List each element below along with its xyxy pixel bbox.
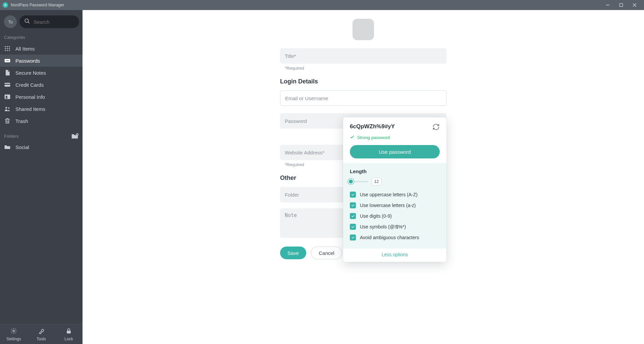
email-field[interactable] [280,90,446,106]
sidebar-item-passwords[interactable]: Passwords [0,55,83,67]
length-value: 12 [372,178,382,186]
checkbox-checked-icon [350,192,356,198]
title-input[interactable] [285,53,442,59]
svg-point-18 [8,60,9,61]
wrench-icon [38,328,45,335]
svg-point-9 [5,48,6,49]
svg-point-11 [9,48,10,49]
person-icon [4,93,11,100]
search-input[interactable] [34,19,74,25]
svg-point-14 [9,50,10,51]
sidebar-item-shared-items[interactable]: Shared Items [0,103,83,115]
title-field[interactable] [280,48,446,64]
add-folder-icon[interactable] [71,133,78,139]
svg-point-6 [5,46,6,47]
strength-label: Strong password [357,135,390,140]
window-title: NordPass Password Manager [11,3,64,7]
option-ambiguous[interactable]: Avoid ambiguous characters [350,234,440,240]
window-close-button[interactable] [628,0,641,10]
sidebar-item-label: Secure Notes [15,70,46,76]
svg-point-17 [7,60,8,61]
regenerate-button[interactable] [432,123,440,132]
main-content: *Required Login Details *Required Other … [83,10,644,344]
sidebar-item-label: Passwords [15,58,40,64]
sidebar-item-trash[interactable]: Trash [0,115,83,127]
sidebar-item-label: Trash [15,118,28,124]
sidebar-item-label: Shared Items [15,106,45,112]
svg-rect-1 [620,4,623,7]
svg-point-4 [25,19,29,22]
svg-rect-20 [5,84,10,85]
svg-point-24 [8,107,9,109]
svg-point-10 [7,48,8,49]
svg-point-22 [6,96,7,97]
length-slider[interactable] [350,181,368,182]
grid-icon [4,45,11,52]
option-label: Use digits (0-9) [360,213,392,219]
sidebar-item-credit-cards[interactable]: Credit Cards [0,79,83,91]
settings-button[interactable]: Settings [2,328,25,341]
sidebar-item-secure-notes[interactable]: Secure Notes [0,67,83,79]
note-icon [4,69,11,76]
option-symbols[interactable]: Use symbols (@!$%*) [350,224,440,230]
option-digits[interactable]: Use digits (0-9) [350,213,440,219]
window-maximize-button[interactable] [614,0,628,10]
app-logo-icon [3,2,8,8]
svg-point-13 [7,50,8,51]
sidebar-item-personal-info[interactable]: Personal Info [0,91,83,103]
option-uppercase[interactable]: Use uppercase letters (A-Z) [350,192,440,198]
sidebar-item-label: All Items [15,46,35,52]
item-icon-placeholder[interactable] [353,19,374,40]
password-generator-popover: 6cQpWZh%9#yY Strong password Use passwor… [343,117,446,262]
option-label: Use lowercase letters (a-z) [360,203,416,208]
svg-point-7 [7,46,8,47]
option-label: Avoid ambiguous characters [360,235,419,240]
option-lowercase[interactable]: Use lowercase letters (a-z) [350,202,440,208]
login-details-heading: Login Details [280,78,446,85]
lock-button[interactable]: Lock [57,328,80,341]
option-label: Use symbols (@!$%*) [360,224,406,229]
lock-icon [65,328,72,335]
titlebar: NordPass Password Manager [0,0,644,10]
window-minimize-button[interactable] [601,0,614,10]
svg-point-12 [5,50,6,51]
svg-line-5 [28,22,30,23]
folder-icon [4,144,11,150]
tools-label: Tools [37,337,46,341]
svg-point-28 [13,330,15,332]
lock-label: Lock [64,337,73,341]
less-options-link[interactable]: Less options [343,249,446,262]
save-button[interactable]: Save [280,247,306,259]
sidebar-item-all-items[interactable]: All Items [0,43,83,55]
folder-item-social[interactable]: Social [0,141,83,153]
slider-thumb[interactable] [348,179,354,185]
svg-rect-29 [67,331,71,333]
password-strength: Strong password [350,135,440,140]
categories-heading: Categories [0,33,83,43]
settings-label: Settings [6,337,21,341]
sidebar: To Categories All Items Passwords Secure… [0,10,83,344]
tools-button[interactable]: Tools [30,328,53,341]
svg-point-23 [5,107,7,109]
avatar[interactable]: To [4,15,17,28]
title-required-helper: *Required [280,66,446,71]
cancel-button[interactable]: Cancel [311,247,342,259]
checkbox-checked-icon [350,234,356,240]
check-icon [350,135,355,140]
checkbox-checked-icon [350,202,356,208]
search-box[interactable] [19,15,79,28]
generated-password: 6cQpWZh%9#yY [350,123,395,130]
use-password-button[interactable]: Use password [350,145,440,158]
sidebar-item-label: Credit Cards [15,82,44,88]
svg-point-8 [9,46,10,47]
length-label: Length [350,168,440,174]
email-input[interactable] [285,95,441,101]
sidebar-item-label: Personal Info [15,94,45,100]
password-icon [4,57,11,64]
folder-item-label: Social [15,144,29,150]
folders-heading: Folders [4,134,18,139]
svg-point-16 [6,60,7,61]
shared-icon [4,106,11,112]
option-label: Use uppercase letters (A-Z) [360,192,418,197]
checkbox-checked-icon [350,213,356,219]
